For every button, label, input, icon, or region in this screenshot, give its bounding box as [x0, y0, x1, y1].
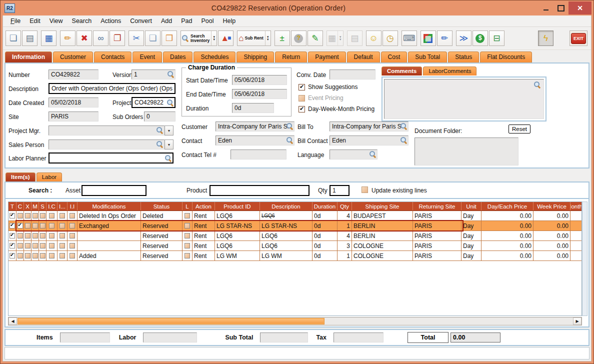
- cell-duration[interactable]: 0d: [312, 251, 338, 260]
- cell-product-id[interactable]: LG STAR-NS: [215, 221, 260, 230]
- cell-modifications[interactable]: [78, 241, 141, 250]
- comments-text-area[interactable]: [384, 79, 544, 119]
- cell-month-price[interactable]: [570, 221, 582, 230]
- cell-m[interactable]: [32, 221, 39, 230]
- cell-t[interactable]: [8, 211, 16, 220]
- cell-status[interactable]: Deleted: [141, 211, 182, 220]
- menu-convert[interactable]: Convert: [126, 16, 156, 26]
- cell-description[interactable]: LGQ6: [260, 211, 312, 220]
- quick-actions-lightning-button[interactable]: ϟ: [538, 30, 554, 46]
- cell-returning-site[interactable]: PARIS: [413, 241, 462, 250]
- day-week-month-checkbox[interactable]: [298, 106, 305, 112]
- cell-description[interactable]: LGQ6: [260, 241, 312, 250]
- cell-day-each-price[interactable]: 0.00: [482, 221, 534, 230]
- cell-week-price[interactable]: 0.00: [534, 251, 570, 260]
- cell-qty[interactable]: 4: [338, 231, 352, 240]
- cell-i-i[interactable]: [68, 221, 78, 230]
- tab-event[interactable]: Event: [132, 52, 162, 62]
- cell-i[interactable]: [58, 231, 68, 240]
- cell-i-c[interactable]: [46, 211, 58, 220]
- cell-day-each-price[interactable]: 0.00: [482, 241, 534, 250]
- bill-contact-field[interactable]: Eden: [330, 136, 408, 146]
- menu-help[interactable]: Help: [218, 16, 240, 26]
- row-checkbox-l[interactable]: [184, 243, 190, 248]
- cell-unit[interactable]: Day: [462, 251, 482, 260]
- col-header-description[interactable]: Description: [260, 202, 312, 210]
- project-field[interactable]: CO429822: [132, 97, 176, 108]
- cell-i-c[interactable]: [46, 241, 58, 250]
- document-folder-box[interactable]: [414, 138, 518, 166]
- col-header-x[interactable]: X: [24, 202, 32, 210]
- edit-notes-button[interactable]: ✏: [437, 30, 452, 46]
- invoice-coin-button[interactable]: $: [472, 30, 488, 46]
- cell-returning-site[interactable]: PARIS: [413, 221, 462, 230]
- row-checkbox-x[interactable]: [25, 233, 30, 238]
- col-header-s[interactable]: S: [39, 202, 46, 210]
- cell-c[interactable]: [16, 221, 24, 230]
- contact-search-icon[interactable]: [286, 137, 293, 144]
- cut-button[interactable]: ✂: [128, 30, 144, 46]
- cell-duration[interactable]: 0d: [312, 231, 338, 240]
- cell-t[interactable]: [8, 231, 16, 240]
- cell-description[interactable]: LG WM: [260, 251, 312, 260]
- option-day-week-month[interactable]: Day-Week-Month Pricing: [298, 106, 374, 112]
- cell-product-id[interactable]: LGQ6: [215, 211, 260, 220]
- cell-unit[interactable]: Day: [462, 241, 482, 250]
- add-line-button[interactable]: ±: [274, 30, 290, 46]
- cell-s[interactable]: [39, 251, 46, 260]
- transfer-document-button[interactable]: ❐: [110, 30, 125, 46]
- tab-information[interactable]: Information: [5, 52, 52, 62]
- tab-shipping[interactable]: Shipping: [236, 52, 274, 62]
- customer-search-icon[interactable]: [286, 123, 293, 130]
- comments-tab-laborcomments[interactable]: LaborComments: [423, 66, 476, 76]
- cell-shipping-site[interactable]: BERLIN: [352, 231, 413, 240]
- minimize-button[interactable]: [538, 2, 554, 14]
- row-checkbox-s[interactable]: [40, 253, 46, 258]
- version-search-icon[interactable]: [168, 71, 174, 78]
- col-header-modifications[interactable]: Modifications: [78, 202, 141, 210]
- cell-i-i[interactable]: [68, 241, 78, 250]
- cell-m[interactable]: [32, 241, 39, 250]
- cell-shipping-site[interactable]: COLOGNE: [352, 251, 413, 260]
- cell-returning-site[interactable]: PARIS: [413, 211, 462, 220]
- save-button[interactable]: ▦: [41, 30, 56, 46]
- row-checkbox-i-c[interactable]: [49, 253, 54, 258]
- language-search-icon[interactable]: [370, 151, 376, 158]
- cell-status[interactable]: Reserved: [141, 241, 182, 250]
- col-header-status[interactable]: Status: [141, 202, 182, 210]
- tab-schedules[interactable]: Schedules: [194, 52, 236, 62]
- row-checkbox-i[interactable]: [60, 233, 65, 238]
- col-header-product-id[interactable]: Product ID: [215, 202, 260, 210]
- row-checkbox-c[interactable]: [18, 213, 23, 218]
- row-checkbox-i-c[interactable]: [49, 233, 54, 238]
- cell-modifications[interactable]: Added: [78, 251, 141, 260]
- tab-contacts[interactable]: Contacts: [94, 52, 132, 62]
- menu-search[interactable]: Search: [68, 16, 96, 26]
- cell-l[interactable]: [182, 211, 192, 220]
- total-button[interactable]: Total: [408, 332, 448, 343]
- col-header-t[interactable]: T: [8, 202, 16, 210]
- row-checkbox-s[interactable]: [40, 223, 46, 228]
- col-header-returning-site[interactable]: Returning Site: [413, 202, 462, 210]
- cell-duration[interactable]: 0d: [312, 241, 338, 250]
- cell-l[interactable]: [182, 241, 192, 250]
- cell-duration[interactable]: 0d: [312, 211, 338, 220]
- cell-status[interactable]: Reserved: [141, 221, 182, 230]
- labor-planner-field[interactable]: [48, 152, 174, 164]
- cell-duration[interactable]: 0d: [312, 221, 338, 230]
- col-header-shipping-site[interactable]: Shipping Site: [352, 202, 413, 210]
- delete-button[interactable]: ✖: [76, 30, 92, 46]
- cell-modifications[interactable]: Deleted In Ops Order: [78, 211, 141, 220]
- row-checkbox-m[interactable]: [32, 243, 38, 248]
- scroll-right-icon[interactable]: ▶: [573, 318, 582, 325]
- notes-pad-button[interactable]: ✎: [308, 30, 323, 46]
- cell-x[interactable]: [24, 241, 32, 250]
- cell-i[interactable]: [58, 211, 68, 220]
- col-header-i-c[interactable]: I.C: [46, 202, 58, 210]
- row-checkbox-m[interactable]: [32, 223, 38, 228]
- cell-day-each-price[interactable]: 0.00: [482, 251, 534, 260]
- col-header-action[interactable]: Action: [192, 202, 215, 210]
- sales-person-field[interactable]: [48, 140, 164, 150]
- cell-day-each-price[interactable]: 0.00: [482, 211, 534, 220]
- row-checkbox-i-i[interactable]: [70, 223, 75, 228]
